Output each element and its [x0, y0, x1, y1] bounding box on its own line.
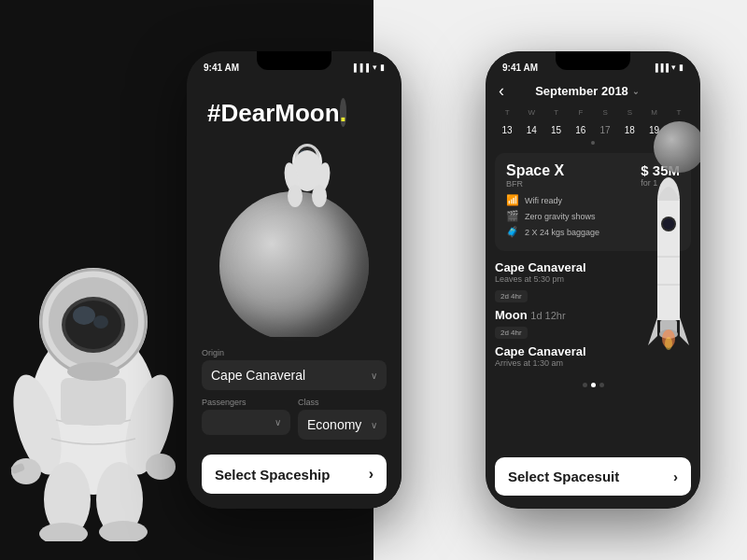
- origin-label: Origin: [202, 348, 387, 357]
- leg2-duration: 2d 4hr: [495, 327, 528, 339]
- select-spacesuit-arrow: ›: [673, 469, 678, 484]
- cal-label-1: W: [519, 106, 543, 119]
- right-header: ‹ September 2018 ⌄: [486, 77, 700, 106]
- class-label: Class: [298, 398, 387, 407]
- moon-area: [196, 117, 392, 359]
- cal-date-15[interactable]: 15: [544, 122, 569, 138]
- right-phone-notch: [556, 51, 630, 70]
- calendar-day-labels: T W T F S S M T: [495, 106, 691, 119]
- svg-point-32: [312, 185, 327, 207]
- app-title: #DearMoon.: [207, 98, 346, 128]
- cal-label-6: M: [642, 106, 667, 119]
- cal-date-14[interactable]: 14: [519, 122, 543, 138]
- signal-icon: ▐▐▐: [351, 63, 370, 72]
- gravity-amenity-text: Zero gravity shows: [525, 212, 596, 221]
- baggage-amenity-text: 2 X 24 kgs baggage: [525, 228, 599, 237]
- class-value: Economy: [307, 417, 361, 432]
- battery-icon: ▮: [380, 63, 385, 72]
- cal-label-3: F: [569, 106, 593, 119]
- origin-chevron: ∨: [371, 371, 377, 381]
- astronaut-figure: [0, 224, 196, 541]
- month-title: September 2018 ⌄: [535, 84, 640, 98]
- moon-top-right: [654, 121, 700, 173]
- cal-date-18[interactable]: 18: [617, 122, 641, 138]
- right-phone: 9:41 AM ▐▐▐ ▾ ▮ ‹ September 2018 ⌄ T W T…: [486, 51, 700, 509]
- cal-label-0: T: [495, 106, 519, 119]
- passengers-class-row: Passengers ∨ Class Economy ∨: [202, 398, 387, 447]
- right-battery-icon: ▮: [679, 63, 684, 72]
- left-form-area: Origin Cape Canaveral ∨ Passengers ∨ Cla…: [187, 337, 402, 509]
- wifi-icon: ▾: [373, 63, 377, 72]
- left-status-icons: ▐▐▐ ▾ ▮: [351, 63, 385, 72]
- right-status-icons: ▐▐▐ ▾ ▮: [653, 63, 684, 72]
- back-button[interactable]: ‹: [499, 81, 504, 101]
- select-spacesuit-label: Select Spacesuit: [508, 469, 619, 484]
- class-chevron: ∨: [371, 420, 377, 430]
- cal-date-13[interactable]: 13: [495, 122, 519, 138]
- gravity-amenity-icon: 🎬: [506, 210, 519, 223]
- left-time: 9:41 AM: [204, 63, 239, 73]
- spacecraft-name: Space X: [506, 162, 564, 179]
- svg-point-5: [73, 306, 95, 325]
- svg-point-6: [93, 315, 108, 329]
- cal-label-4: S: [593, 106, 617, 119]
- cal-date-17[interactable]: 17: [593, 122, 617, 138]
- spacecraft-sub: BFR: [506, 179, 564, 189]
- right-wifi-icon: ▾: [671, 63, 676, 72]
- passengers-row: Passengers ∨: [202, 398, 290, 440]
- right-time: 9:41 AM: [502, 63, 538, 73]
- origin-row: Origin Cape Canaveral ∨: [202, 348, 387, 390]
- svg-point-36: [663, 218, 674, 230]
- passengers-field[interactable]: ∨: [202, 410, 290, 435]
- calendar-indicator: [591, 141, 595, 145]
- cal-date-16[interactable]: 16: [569, 122, 593, 138]
- passengers-chevron: ∨: [275, 417, 281, 427]
- svg-point-42: [665, 337, 672, 350]
- spacecraft-info: Space X BFR: [506, 162, 564, 189]
- dot-2: [591, 383, 596, 387]
- wifi-amenity-icon: 📶: [506, 194, 519, 207]
- dot-3: [599, 383, 604, 387]
- passengers-label: Passengers: [202, 398, 290, 407]
- select-spaceship-button[interactable]: Select Spaceship ›: [202, 455, 387, 494]
- class-field[interactable]: Economy ∨: [298, 410, 387, 440]
- select-spacesuit-button[interactable]: Select Spacesuit ›: [495, 457, 691, 496]
- pagination-dots: [486, 377, 700, 393]
- cal-label-5: S: [617, 106, 641, 119]
- class-row: Class Economy ∨: [298, 398, 387, 440]
- cal-label-2: T: [544, 106, 569, 119]
- origin-field[interactable]: Cape Canaveral ∨: [202, 360, 387, 390]
- left-phone-notch: [257, 51, 331, 70]
- wifi-amenity-text: Wifi ready: [525, 196, 562, 205]
- right-signal-icon: ▐▐▐: [653, 63, 669, 72]
- cal-label-7: T: [667, 106, 691, 119]
- svg-point-4: [65, 301, 121, 349]
- origin-value: Cape Canaveral: [211, 368, 305, 383]
- rocket-image: [643, 173, 695, 359]
- svg-rect-22: [61, 378, 126, 425]
- select-spaceship-label: Select Spaceship: [215, 467, 330, 483]
- svg-point-23: [67, 362, 120, 381]
- return-detail: Arrives at 1:30 am: [495, 358, 691, 368]
- leg1-duration: 2d 4hr: [495, 290, 528, 302]
- dot-1: [583, 383, 587, 387]
- svg-point-31: [288, 185, 303, 207]
- small-astronaut: [275, 135, 340, 223]
- baggage-amenity-icon: 🧳: [506, 226, 519, 239]
- left-phone: 9:41 AM ▐▐▐ ▾ ▮ #DearMoon.: [187, 51, 402, 509]
- month-chevron: ⌄: [632, 87, 640, 96]
- select-spaceship-arrow: ›: [369, 466, 374, 483]
- svg-point-11: [146, 454, 176, 480]
